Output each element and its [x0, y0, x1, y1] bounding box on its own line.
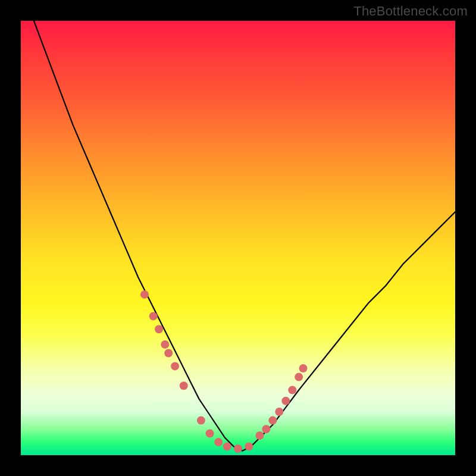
highlight-point — [140, 290, 149, 299]
highlight-point — [245, 442, 253, 450]
highlight-point — [295, 373, 303, 381]
highlight-point — [268, 416, 277, 425]
highlight-point — [206, 430, 214, 438]
highlight-point — [262, 425, 270, 433]
highlight-points — [140, 290, 308, 453]
chart-frame: TheBottleneck.com — [0, 0, 476, 476]
watermark-text: TheBottleneck.com — [353, 4, 468, 19]
highlight-point — [180, 381, 188, 390]
highlight-point — [197, 416, 205, 425]
highlight-point — [275, 408, 283, 416]
highlight-point — [281, 397, 290, 405]
highlight-point — [299, 364, 308, 372]
highlight-point — [164, 349, 173, 358]
highlight-point — [223, 442, 231, 450]
highlight-point — [161, 340, 169, 349]
plot-area — [21, 21, 455, 455]
chart-svg — [21, 21, 455, 455]
highlight-point — [214, 438, 223, 446]
highlight-point — [155, 325, 163, 333]
bottleneck-curve — [34, 21, 455, 451]
highlight-point — [171, 362, 179, 370]
highlight-point — [234, 444, 242, 453]
highlight-point — [149, 312, 158, 320]
highlight-point — [288, 386, 296, 394]
highlight-point — [256, 431, 264, 440]
